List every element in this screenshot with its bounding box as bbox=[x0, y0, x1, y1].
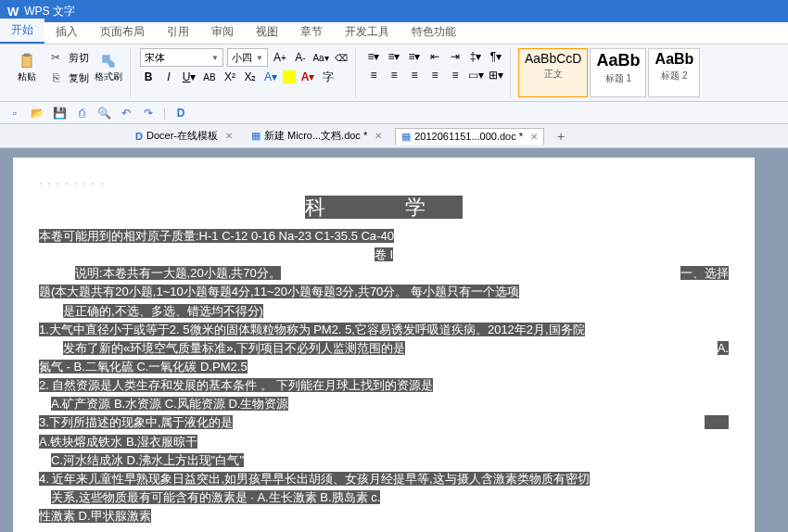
docer-tab-icon: D bbox=[135, 131, 143, 142]
doc-line: 4. 近年来儿童性早熟现象日益突出,如男孩早早长出胡须、女孩月经提早等,这与摄人… bbox=[39, 470, 729, 488]
underline-button[interactable]: U▾ bbox=[181, 69, 197, 85]
tab-pagelayout[interactable]: 页面布局 bbox=[89, 20, 156, 44]
align-right-button[interactable]: ≡ bbox=[406, 67, 423, 83]
doc-line: A.铁块熔成铁水 B.湿衣服晾干 bbox=[39, 433, 729, 451]
line-spacing-button[interactable]: ‡▾ bbox=[467, 48, 484, 65]
print-icon[interactable]: ⎙ bbox=[74, 106, 89, 120]
copy-button[interactable]: ⎘复制 bbox=[46, 69, 89, 87]
styles-gallery: AaBbCcD正文 AaBb标题 1 AaBb标题 2 bbox=[518, 48, 700, 97]
ribbon: 粘贴 ✂剪切 ⎘复制 格式刷 宋体▼ 小四▼ A+ A- Aa▾ ⌫ B I U… bbox=[0, 44, 788, 102]
shading-button[interactable]: ▭▾ bbox=[467, 67, 484, 83]
doctab-new[interactable]: ▦ 新建 Micro...文档.doc * ✕ bbox=[246, 127, 388, 145]
strike-button[interactable]: AB bbox=[201, 69, 218, 85]
change-case-button[interactable]: Aa▾ bbox=[312, 49, 329, 66]
tab-insert[interactable]: 插入 bbox=[44, 20, 89, 44]
copy-icon: ⎘ bbox=[46, 69, 65, 87]
doc-line: 氮气 - B.二氧化硫 C.一氧化碳 D.PM2.5 bbox=[39, 358, 729, 376]
doc-line: 卷 I bbox=[39, 246, 729, 264]
superscript-button[interactable]: X² bbox=[222, 69, 238, 85]
open-icon[interactable]: 📂 bbox=[30, 106, 44, 120]
style-heading1[interactable]: AaBb标题 1 bbox=[590, 48, 646, 97]
style-normal[interactable]: AaBbCcD正文 bbox=[518, 48, 588, 97]
doc-line: 是正确的,不选、多选、错选均不得分) bbox=[39, 302, 729, 321]
doc-line: 说明:本卷共有一大题,20小题,共70分。一、选择 bbox=[39, 264, 729, 283]
doctab-current[interactable]: ▦ 2012061151...000.doc * ✕ bbox=[395, 128, 544, 145]
tab-reference[interactable]: 引用 bbox=[156, 20, 200, 44]
close-tab-icon[interactable]: ✕ bbox=[375, 131, 382, 141]
doc-line: C.河水结成冰 D.沸水上方出现"白气'' bbox=[39, 451, 729, 470]
font-group: 宋体▼ 小四▼ A+ A- Aa▾ ⌫ B I U▾ AB X² X₂ A▾ A… bbox=[134, 48, 356, 97]
save-icon[interactable]: 💾 bbox=[52, 106, 67, 120]
decrease-indent-button[interactable]: ⇤ bbox=[426, 48, 443, 65]
tab-home[interactable]: 开始 bbox=[0, 19, 44, 44]
numbering-button[interactable]: ≡▾ bbox=[386, 48, 402, 65]
doc-line: 关系,这些物质最有可能含有的激素是 · A.生长激素 B.胰岛素 c. bbox=[39, 488, 729, 507]
doc-line: 3.下列所描述的现象中,属于液化的是 bbox=[39, 413, 729, 432]
doc-line: 2. 自然资源是人类生存和发展的基本条件 。 下列能在月球上找到的资源是 bbox=[39, 376, 729, 395]
tab-special[interactable]: 特色功能 bbox=[400, 20, 467, 44]
paragraph-group: ≡▾ ≡▾ ≡▾ ⇤ ⇥ ‡▾ ¶▾ ≡ ≡ ≡ ≡ ≡ ▭▾ ⊞▾ bbox=[360, 48, 511, 97]
preview-icon[interactable]: 🔍 bbox=[96, 106, 111, 120]
doc-line: 性激素 D.甲状腺激素 bbox=[39, 507, 729, 526]
app-logo: W bbox=[7, 5, 19, 19]
italic-button[interactable]: I bbox=[160, 69, 177, 85]
quick-access-toolbar: ▫ 📂 💾 ⎙ 🔍 ↶ ↷ | D bbox=[0, 102, 788, 124]
doc-line: 发布了新的«环境空气质量标准»,下列项目不必列人监测范围的是A. bbox=[39, 339, 729, 358]
align-justify-button[interactable]: ≡ bbox=[426, 67, 443, 83]
style-heading2[interactable]: AaBb标题 2 bbox=[648, 48, 700, 97]
align-center-button[interactable]: ≡ bbox=[386, 67, 402, 83]
increase-indent-button[interactable]: ⇥ bbox=[447, 48, 464, 65]
grow-font-button[interactable]: A+ bbox=[272, 49, 288, 66]
clear-format-button[interactable]: ⌫ bbox=[333, 49, 350, 66]
new-icon[interactable]: ▫ bbox=[7, 106, 22, 120]
font-size-select[interactable]: 小四▼ bbox=[227, 48, 268, 67]
font-family-select[interactable]: 宋体▼ bbox=[140, 48, 223, 67]
close-tab-icon[interactable]: ✕ bbox=[530, 132, 538, 142]
doc-title: 科 学 bbox=[39, 194, 729, 222]
new-tab-button[interactable]: + bbox=[552, 127, 570, 146]
clipboard-group: 粘贴 ✂剪切 ⎘复制 格式刷 bbox=[6, 48, 131, 97]
ruler-marks: . . . . . . . . bbox=[39, 176, 729, 186]
font-color-button[interactable]: A▾ bbox=[299, 69, 316, 85]
font-effects-button[interactable]: A▾ bbox=[262, 69, 279, 85]
bold-button[interactable]: B bbox=[140, 69, 157, 85]
bullets-button[interactable]: ≡▾ bbox=[365, 48, 382, 65]
cut-button[interactable]: ✂剪切 bbox=[46, 48, 89, 67]
document-area[interactable]: . . . . . . . . 科 学 本卷可能用到的相对原子质量:H-1 C-… bbox=[0, 148, 788, 532]
format-painter-button[interactable]: 格式刷 bbox=[93, 52, 124, 83]
phonetic-button[interactable]: 字 bbox=[320, 69, 337, 85]
shrink-font-button[interactable]: A- bbox=[292, 49, 309, 66]
doc-line: 题(本大题共有20小题,1~10小题每题4分,11~20小题每题3分,共70分。… bbox=[39, 283, 729, 301]
doctab-docer[interactable]: D Docer-在线模板 ✕ bbox=[130, 127, 238, 145]
title-bar: W WPS 文字 bbox=[0, 0, 788, 22]
align-left-button[interactable]: ≡ bbox=[365, 67, 382, 83]
redo-icon[interactable]: ↷ bbox=[141, 106, 156, 120]
plus-icon: + bbox=[557, 129, 565, 144]
tab-view[interactable]: 视图 bbox=[245, 20, 289, 44]
show-marks-button[interactable]: ¶▾ bbox=[488, 48, 504, 65]
tab-section[interactable]: 章节 bbox=[289, 20, 334, 44]
multilevel-button[interactable]: ≡▾ bbox=[406, 48, 423, 65]
menu-tabs: 开始 插入 页面布局 引用 审阅 视图 章节 开发工具 特色功能 bbox=[0, 22, 788, 44]
close-tab-icon[interactable]: ✕ bbox=[225, 131, 233, 141]
undo-icon[interactable]: ↶ bbox=[119, 106, 133, 120]
tab-review[interactable]: 审阅 bbox=[200, 20, 245, 44]
docer-icon[interactable]: D bbox=[173, 106, 188, 120]
page[interactable]: . . . . . . . . 科 学 本卷可能用到的相对原子质量:H-1 C-… bbox=[13, 158, 755, 532]
tab-devtools[interactable]: 开发工具 bbox=[334, 20, 400, 44]
svg-rect-0 bbox=[22, 55, 32, 67]
document-tabs: D Docer-在线模板 ✕ ▦ 新建 Micro...文档.doc * ✕ ▦… bbox=[0, 124, 788, 148]
scissors-icon: ✂ bbox=[46, 48, 65, 67]
doc-line: 1.大气中直径小于或等于2. 5微米的固体颗粒物称为 PM2. 5,它容易诱发呼… bbox=[39, 321, 729, 339]
doc-line: A.矿产资源 B.水资源 C.风能资源 D.生物资源 bbox=[39, 395, 729, 413]
distribute-button[interactable]: ≡ bbox=[447, 67, 464, 83]
borders-button[interactable]: ⊞▾ bbox=[488, 67, 504, 83]
doc-icon: ▦ bbox=[251, 130, 261, 142]
app-name: WPS 文字 bbox=[24, 4, 75, 19]
doc-line: 本卷可能用到的相对原子质量:H-1 C-12 0-16 Na-23 C1-35.… bbox=[39, 227, 729, 246]
doc-icon: ▦ bbox=[401, 131, 411, 143]
paste-button[interactable]: 粘贴 bbox=[11, 52, 43, 83]
svg-rect-1 bbox=[24, 54, 31, 57]
subscript-button[interactable]: X₂ bbox=[242, 69, 259, 85]
highlight-button[interactable] bbox=[283, 70, 296, 83]
